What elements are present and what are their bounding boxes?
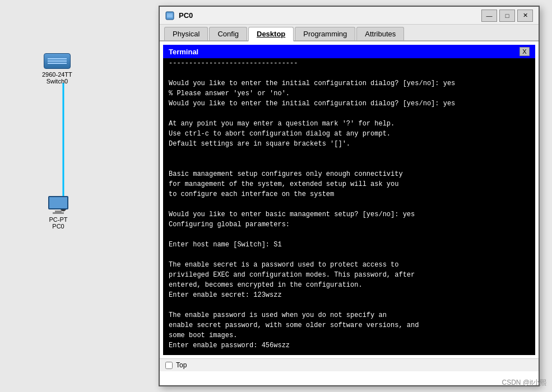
terminal-line — [169, 149, 530, 159]
bottom-bar: Top — [160, 358, 539, 371]
terminal-line: At any point you may enter a question ma… — [169, 119, 530, 129]
terminal-line: Configuring global parameters: — [169, 220, 530, 230]
terminal-line: entered, becomes encrypted in the config… — [169, 280, 530, 290]
terminal-line: % Please answer 'yes' or 'no'. — [169, 88, 530, 99]
terminal-line: -------------------------------- — [169, 58, 530, 68]
title-controls: — □ ✕ — [481, 10, 533, 22]
terminal-line: Basic management setup configures only e… — [169, 169, 530, 179]
terminal-line — [169, 300, 530, 310]
terminal-line: for management of the system, extended s… — [169, 179, 530, 189]
maximize-button[interactable]: □ — [499, 10, 515, 22]
pc0-window: PC0 — □ ✕ Physical Config Desktop Progra… — [159, 6, 540, 386]
top-label: Top — [176, 361, 187, 369]
terminal-line — [169, 199, 530, 209]
svg-rect-3 — [167, 15, 173, 16]
terminal-line — [169, 230, 530, 240]
terminal-line: enable secret password, with some older … — [169, 320, 530, 330]
terminal-content[interactable]: setup without setting the enable secret,… — [163, 58, 535, 355]
terminal-line: privileged EXEC and configuration modes.… — [169, 270, 530, 280]
terminal-line: Enter enable secret: 123wszz — [169, 290, 530, 300]
svg-rect-4 — [167, 13, 173, 15]
title-bar: PC0 — □ ✕ — [160, 7, 539, 25]
tab-config[interactable]: Config — [209, 27, 247, 40]
pc-label: PC-PT PC0 — [49, 216, 68, 230]
terminal-line: Use ctrl-c to abort configuration dialog… — [169, 129, 530, 139]
terminal-header-bar: Terminal X — [163, 45, 535, 58]
switch-icon — [44, 53, 71, 69]
pc-device[interactable]: PC-PT PC0 — [47, 196, 69, 230]
terminal-line: some boot images. — [169, 330, 530, 340]
terminal-line: Enter enable password: 456wszz — [169, 340, 530, 351]
svg-rect-5 — [167, 16, 173, 17]
switch-device[interactable]: 2960-24TT Switch0 — [42, 53, 72, 85]
tab-attributes[interactable]: Attributes — [356, 27, 404, 40]
terminal-line — [169, 68, 530, 78]
terminal-line — [169, 159, 530, 169]
terminal-line: Default settings are in square brackets … — [169, 139, 530, 149]
window-title: PC0 — [179, 11, 477, 20]
minimize-button[interactable]: — — [481, 10, 497, 22]
top-checkbox[interactable] — [165, 362, 173, 369]
terminal-line: Would you like to enter the initial conf… — [169, 78, 530, 88]
terminal-line — [169, 250, 530, 260]
close-button[interactable]: ✕ — [517, 10, 533, 22]
terminal-line: The enable secret is a password used to … — [169, 260, 530, 270]
terminal-line: Enter host name [Switch]: S1 — [169, 240, 530, 250]
tab-bar: Physical Config Desktop Programming Attr… — [160, 25, 539, 41]
tab-desktop[interactable]: Desktop — [248, 27, 294, 41]
terminal-line: The enable password is used when you do … — [169, 310, 530, 320]
terminal-line — [169, 109, 530, 119]
terminal-line: to configure each interface on the syste… — [169, 189, 530, 199]
terminal-title: Terminal — [169, 48, 198, 56]
terminal-line: Would you like to enter the initial conf… — [169, 99, 530, 109]
pc-icon — [47, 196, 69, 214]
window-icon — [165, 11, 174, 20]
tab-physical[interactable]: Physical — [164, 27, 208, 40]
terminal-line: Would you like to enter basic management… — [169, 209, 530, 220]
watermark: CSDN @it小熙 — [502, 378, 546, 388]
switch-label: 2960-24TT Switch0 — [42, 71, 72, 85]
terminal-close-button[interactable]: X — [519, 47, 530, 56]
tab-programming[interactable]: Programming — [295, 27, 355, 40]
